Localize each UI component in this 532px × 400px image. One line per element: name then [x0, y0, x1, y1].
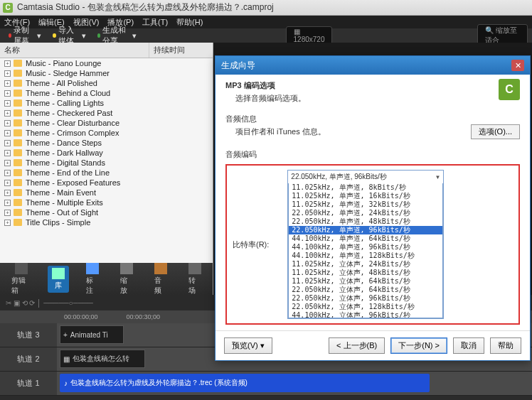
expand-icon[interactable]: +	[4, 150, 11, 156]
bitrate-dropdown[interactable]: 11.025kHz, 单声道, 8kBits/秒11.025kHz, 单声道, …	[288, 183, 443, 318]
bitrate-option[interactable]: 22.050kHz, 立体声, 64kBits/秒	[289, 286, 442, 294]
folder-icon	[14, 70, 22, 77]
expand-icon[interactable]: +	[4, 160, 11, 166]
expand-icon[interactable]: +	[4, 60, 11, 67]
library-list[interactable]: +Music - Piano Lounge+Music - Sledge Ham…	[0, 58, 213, 263]
options-button[interactable]: 选项(O)...	[471, 124, 520, 139]
back-button[interactable]: < 上一步(B)	[329, 337, 385, 354]
bitrate-option[interactable]: 11.025kHz, 立体声, 24kBits/秒	[289, 260, 442, 269]
bitrate-option[interactable]: 22.050kHz, 单声道, 96kBits/秒	[289, 226, 442, 234]
menu-help[interactable]: 帮助(H)	[176, 17, 203, 28]
library-item[interactable]: +Music - Piano Lounge	[0, 58, 213, 68]
library-item[interactable]: +Theme - Main Event	[0, 188, 213, 198]
dialog-heading: MP3 编码选项	[225, 80, 520, 91]
library-item[interactable]: +Theme - Calling Lights	[0, 98, 213, 108]
expand-icon[interactable]: +	[4, 180, 11, 186]
close-icon[interactable]: ✕	[511, 60, 524, 71]
library-item[interactable]: +Theme - Crimson Complex	[0, 128, 213, 138]
tab-transition[interactable]: 转场	[184, 261, 206, 298]
expand-icon[interactable]: +	[4, 140, 11, 146]
dialog-titlebar[interactable]: 生成向导 ✕	[216, 56, 530, 75]
folder-icon	[14, 90, 22, 97]
library-item[interactable]: +Theme - End of the Line	[0, 168, 213, 178]
tab-clipbin[interactable]: 剪辑箱	[7, 261, 35, 298]
tab-audio[interactable]: 音频	[150, 261, 171, 298]
tab-library[interactable]: 库	[48, 266, 69, 293]
clipbin-icon	[15, 263, 28, 274]
bitrate-option[interactable]: 44.100kHz, 单声道, 64kBits/秒	[289, 234, 442, 243]
callout-icon	[86, 263, 99, 274]
library-item[interactable]: +Theme - Out of Sight	[0, 207, 213, 217]
expand-icon[interactable]: +	[4, 110, 11, 117]
bitrate-option[interactable]: 11.025kHz, 单声道, 32kBits/秒	[289, 200, 442, 209]
audio-icon	[154, 263, 167, 274]
track1-label[interactable]: 轨道 1	[0, 372, 57, 395]
expand-icon[interactable]: +	[4, 170, 11, 176]
expand-icon[interactable]: +	[4, 200, 11, 206]
help-button[interactable]: 帮助	[490, 337, 521, 354]
folder-icon	[14, 199, 22, 206]
library-item[interactable]: +Theme - Dark Hallway	[0, 148, 213, 158]
chevron-down-icon: ▼	[435, 174, 440, 180]
bitrate-option[interactable]: 44.100kHz, 立体声, 96kBits/秒	[289, 311, 442, 318]
folder-icon	[14, 149, 22, 156]
tab-zoom[interactable]: 缩放	[116, 261, 137, 298]
library-item[interactable]: +Theme - Dance Steps	[0, 138, 213, 148]
library-item[interactable]: +Theme - Exposed Features	[0, 178, 213, 188]
next-button[interactable]: 下一步(N) >	[390, 337, 447, 354]
section-audio-info: 音频信息	[225, 114, 520, 124]
dialog-subheading: 选择音频编码选项。	[235, 93, 520, 104]
track1-lane[interactable]: ♪ 包装盒线稿怎么转为虚线及外轮廓描边？.trec (系统音频)	[57, 372, 532, 395]
clip-video[interactable]: ▦ 包装盒线稿怎么转	[60, 350, 145, 368]
bitrate-option[interactable]: 44.100kHz, 单声道, 96kBits/秒	[289, 243, 442, 252]
expand-icon[interactable]: +	[4, 210, 11, 216]
expand-icon[interactable]: +	[4, 70, 11, 77]
bitrate-option[interactable]: 11.025kHz, 单声道, 8kBits/秒	[289, 183, 442, 192]
dialog-footer: 预览(V) ▾ < 上一步(B) 下一步(N) > 取消 帮助	[216, 330, 530, 360]
expand-icon[interactable]: +	[4, 80, 11, 87]
tool-tabs: 剪辑箱 库 标注 缩放 音频 转场	[0, 263, 213, 295]
library-item-label: Theme - Digital Stands	[26, 158, 105, 167]
track2-label[interactable]: 轨道 2	[0, 347, 57, 371]
bitrate-option[interactable]: 22.050kHz, 单声道, 48kBits/秒	[289, 217, 442, 226]
cancel-button[interactable]: 取消	[453, 337, 484, 354]
library-item[interactable]: +Theme - All Polished	[0, 78, 213, 88]
tab-callout[interactable]: 标注	[82, 261, 103, 298]
track3-label[interactable]: 轨道 3	[0, 323, 57, 347]
bitrate-option[interactable]: 22.050kHz, 单声道, 24kBits/秒	[289, 209, 442, 217]
menu-tools[interactable]: 工具(T)	[142, 17, 168, 28]
col-name[interactable]: 名称	[0, 43, 149, 58]
clip-audio[interactable]: ♪ 包装盒线稿怎么转为虚线及外轮廓描边？.trec (系统音频)	[60, 374, 430, 392]
expand-icon[interactable]: +	[4, 130, 11, 136]
expand-icon[interactable]: +	[4, 120, 11, 126]
bitrate-option[interactable]: 22.050kHz, 立体声, 128kBits/秒	[289, 303, 442, 311]
expand-icon[interactable]: +	[4, 190, 11, 196]
zoom-icon	[120, 263, 133, 274]
bitrate-combo[interactable]: 22.050kHz, 单声道, 96kBits/秒 ▼ 11.025kHz, 单…	[287, 170, 444, 319]
bitrate-option[interactable]: 44.100kHz, 单声道, 128kBits/秒	[289, 252, 442, 260]
library-item[interactable]: +Theme - Checkered Past	[0, 108, 213, 118]
library-item[interactable]: +Theme - Digital Stands	[0, 158, 213, 168]
bitrate-option[interactable]: 11.025kHz, 立体声, 64kBits/秒	[289, 277, 442, 286]
library-item-label: Theme - Multiple Exits	[26, 198, 103, 207]
library-item-label: Theme - Dance Steps	[26, 139, 102, 147]
library-item[interactable]: +Theme - Multiple Exits	[0, 198, 213, 207]
folder-icon	[14, 179, 22, 186]
bitrate-option[interactable]: 22.050kHz, 立体声, 96kBits/秒	[289, 294, 442, 303]
expand-icon[interactable]: +	[4, 100, 11, 107]
clip-animated-title[interactable]: + Animated Ti	[60, 325, 124, 344]
preview-button[interactable]: 预览(V) ▾	[224, 337, 272, 354]
library-item[interactable]: +Theme - Clear Disturbance	[0, 118, 213, 128]
col-duration[interactable]: 持续时间	[149, 43, 189, 58]
library-item[interactable]: +Title Clips - Simple	[0, 217, 213, 227]
expand-icon[interactable]: +	[4, 220, 11, 226]
import-icon	[53, 33, 55, 38]
bitrate-option[interactable]: 11.025kHz, 单声道, 16kBits/秒	[289, 192, 442, 200]
app-logo-icon: C	[3, 3, 13, 13]
library-item[interactable]: +Theme - Behind a Cloud	[0, 88, 213, 98]
expand-icon[interactable]: +	[4, 90, 11, 97]
folder-icon	[14, 129, 22, 136]
library-item-label: Theme - End of the Line	[26, 168, 110, 177]
library-item[interactable]: +Music - Sledge Hammer	[0, 68, 213, 78]
bitrate-option[interactable]: 11.025kHz, 立体声, 48kBits/秒	[289, 269, 442, 277]
